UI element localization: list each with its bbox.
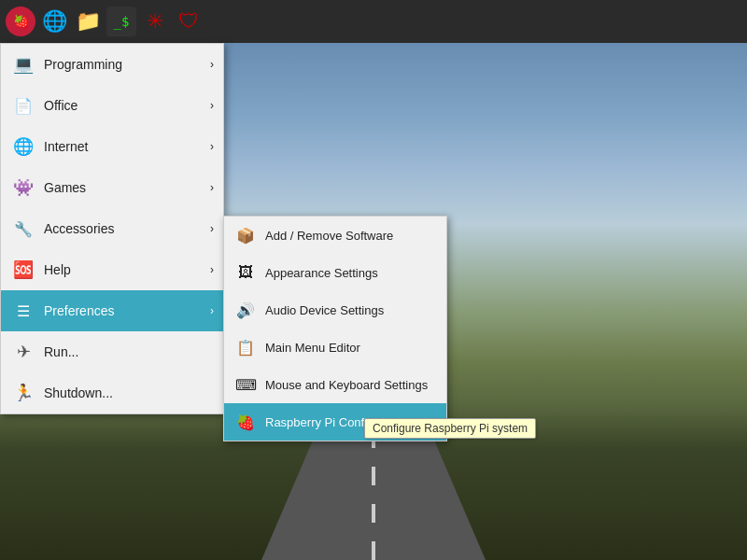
accessories-label: Accessories [44, 221, 210, 236]
preferences-arrow: › [210, 304, 214, 317]
globe-taskbar-icon[interactable]: 🌐 [39, 7, 69, 36]
menu-item-help[interactable]: 🆘 Help › [1, 249, 223, 290]
folder-taskbar-icon[interactable]: 📁 [73, 7, 103, 36]
main-menu-editor-label: Main Menu Editor [265, 341, 360, 355]
shutdown-label: Shutdown... [44, 385, 214, 400]
accessories-icon: 🔧 [10, 216, 36, 242]
shutdown-icon: 🏃 [10, 380, 36, 406]
shield-taskbar-icon[interactable]: 🛡 [174, 7, 204, 36]
audio-device-settings-label: Audio Device Settings [265, 303, 384, 317]
terminal-taskbar-icon[interactable]: _$ [106, 7, 136, 36]
taskbar: 🍓 🌐 📁 _$ ✳ 🛡 [0, 0, 747, 43]
submenu-item-main-menu-editor[interactable]: 📋 Main Menu Editor [224, 329, 446, 366]
internet-label: Internet [44, 139, 210, 154]
submenu-item-appearance-settings[interactable]: 🖼 Appearance Settings [224, 254, 446, 291]
programming-label: Programming [44, 57, 210, 72]
main-menu: 💻 Programming › 📄 Office › 🌐 Internet › … [0, 43, 224, 414]
accessories-arrow: › [210, 222, 214, 235]
preferences-icon: ☰ [10, 298, 36, 324]
menu-item-accessories[interactable]: 🔧 Accessories › [1, 208, 223, 249]
menu-item-shutdown[interactable]: 🏃 Shutdown... [1, 372, 223, 413]
help-arrow: › [210, 263, 214, 276]
run-icon: ✈ [10, 339, 36, 365]
menu-item-run[interactable]: ✈ Run... [1, 331, 223, 372]
menu-item-preferences[interactable]: ☰ Preferences › [1, 290, 223, 331]
preferences-label: Preferences [44, 303, 210, 318]
programming-arrow: › [210, 58, 214, 71]
run-label: Run... [44, 344, 214, 359]
audio-device-settings-icon: 🔊 [233, 298, 258, 322]
raspberry-pi-configuration-icon: 🍓 [233, 410, 258, 434]
help-icon: 🆘 [10, 257, 36, 283]
menu-item-games[interactable]: 👾 Games › [1, 167, 223, 208]
tooltip-text: Configure Raspberry Pi system [373, 422, 528, 435]
games-arrow: › [210, 181, 214, 194]
internet-icon: 🌐 [10, 133, 36, 160]
burst-taskbar-icon[interactable]: ✳ [140, 7, 170, 36]
appearance-settings-icon: 🖼 [233, 260, 258, 285]
raspberry-taskbar-icon[interactable]: 🍓 [6, 7, 35, 36]
preferences-submenu: 📦 Add / Remove Software 🖼 Appearance Set… [223, 216, 447, 441]
menu-item-internet[interactable]: 🌐 Internet › [1, 126, 223, 167]
mouse-keyboard-settings-icon: ⌨ [233, 372, 258, 397]
submenu-item-audio-device-settings[interactable]: 🔊 Audio Device Settings [224, 291, 446, 329]
add-remove-software-icon: 📦 [233, 223, 258, 247]
tooltip: Configure Raspberry Pi system [364, 418, 536, 439]
office-label: Office [44, 98, 210, 113]
games-label: Games [44, 180, 210, 195]
appearance-settings-label: Appearance Settings [265, 266, 378, 280]
submenu-item-mouse-keyboard-settings[interactable]: ⌨ Mouse and Keyboard Settings [224, 366, 446, 403]
office-icon: 📄 [10, 92, 36, 119]
games-icon: 👾 [10, 175, 36, 201]
mouse-keyboard-settings-label: Mouse and Keyboard Settings [265, 378, 428, 392]
office-arrow: › [210, 99, 214, 112]
menu-item-programming[interactable]: 💻 Programming › [1, 44, 223, 85]
submenu-item-add-remove-software[interactable]: 📦 Add / Remove Software [224, 217, 446, 254]
add-remove-software-label: Add / Remove Software [265, 229, 393, 243]
main-menu-editor-icon: 📋 [233, 335, 258, 359]
menu-item-office[interactable]: 📄 Office › [1, 85, 223, 126]
internet-arrow: › [210, 140, 214, 153]
programming-icon: 💻 [10, 51, 36, 77]
help-label: Help [44, 262, 210, 277]
